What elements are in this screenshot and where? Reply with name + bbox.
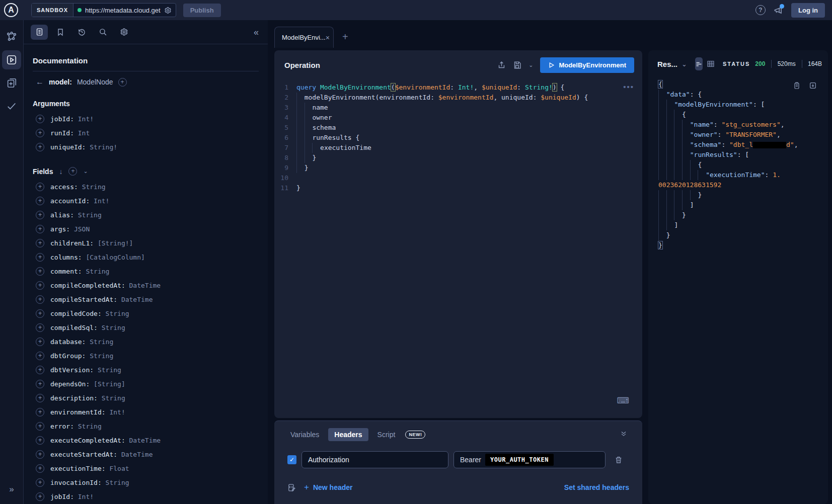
new-tab-button[interactable]: +: [342, 31, 348, 43]
field-row[interactable]: +executeCompletedAt: DateTime: [24, 433, 268, 447]
tab-variables[interactable]: Variables: [284, 428, 325, 441]
publish-button[interactable]: Publish: [183, 4, 221, 17]
add-field-to-query-icon[interactable]: +: [36, 183, 44, 191]
field-row[interactable]: +accountId: Int!: [24, 194, 268, 208]
field-row[interactable]: +executeStartedAt: DateTime: [24, 447, 268, 461]
collapse-sidebar-icon[interactable]: «: [254, 27, 259, 38]
query-tab[interactable]: ModelByEnvi... ×: [274, 27, 334, 48]
close-tab-icon[interactable]: ×: [326, 34, 330, 42]
field-row[interactable]: +environmentId: Int!: [24, 405, 268, 419]
add-field-to-query-icon[interactable]: +: [36, 129, 44, 137]
add-field-to-query-icon[interactable]: +: [36, 225, 44, 233]
tab-script[interactable]: Script: [371, 428, 402, 441]
collapse-panel-icon[interactable]: [620, 430, 627, 439]
field-row[interactable]: +jobId: Int!: [24, 112, 268, 126]
field-row[interactable]: +childrenL1: [String!]: [24, 236, 268, 250]
operation-menu-icon[interactable]: •••: [623, 82, 634, 91]
add-field-to-query-icon[interactable]: +: [36, 115, 44, 123]
field-row[interactable]: +description: String: [24, 391, 268, 405]
back-icon[interactable]: ←: [36, 77, 44, 87]
model-type[interactable]: ModelNode: [77, 78, 113, 86]
field-row[interactable]: +runId: Int: [24, 126, 268, 140]
field-row[interactable]: +comment: String: [24, 264, 268, 278]
operation-collections-icon[interactable]: [0, 71, 24, 95]
add-field-to-query-icon[interactable]: +: [36, 295, 44, 304]
sort-fields-icon[interactable]: ↓: [59, 167, 62, 176]
expand-rail-icon[interactable]: »: [0, 478, 24, 501]
add-field-to-query-icon[interactable]: +: [36, 450, 44, 459]
add-field-to-query-icon[interactable]: +: [36, 239, 44, 247]
add-model-icon[interactable]: +: [118, 78, 127, 87]
add-field-to-query-icon[interactable]: +: [36, 492, 44, 501]
field-row[interactable]: +jobId: Int!: [24, 489, 268, 503]
field-row[interactable]: +dependsOn: [String]: [24, 377, 268, 391]
endpoint-url-input[interactable]: https://metadata.cloud.get: [73, 7, 176, 14]
add-field-to-query-icon[interactable]: +: [36, 309, 44, 318]
auth-token-value[interactable]: YOUR_AUTH_TOKEN: [485, 454, 554, 466]
field-row[interactable]: +compiledCode: String: [24, 306, 268, 320]
header-name-input[interactable]: Authorization: [301, 451, 448, 468]
set-shared-headers-link[interactable]: Set shared headers: [564, 483, 629, 491]
table-view-icon[interactable]: [707, 57, 715, 70]
field-row[interactable]: +error: String: [24, 419, 268, 433]
share-operation-icon[interactable]: [497, 61, 506, 69]
header-enabled-checkbox[interactable]: ✓: [287, 455, 296, 464]
graphql-editor[interactable]: 1query ModelByEnvironment($environmentId…: [274, 79, 642, 193]
add-all-fields-icon[interactable]: +: [68, 167, 77, 176]
field-row[interactable]: +uniqueId: String!: [24, 140, 268, 154]
new-header-button[interactable]: + New header: [304, 482, 353, 492]
add-field-to-query-icon[interactable]: +: [36, 352, 44, 360]
login-button[interactable]: Log in: [791, 3, 825, 18]
save-dropdown-chevron-icon[interactable]: ⌄: [528, 62, 533, 68]
field-row[interactable]: +compiledSql: String: [24, 320, 268, 334]
download-response-icon[interactable]: [809, 81, 817, 90]
field-row[interactable]: +compileCompletedAt: DateTime: [24, 278, 268, 292]
add-field-to-query-icon[interactable]: +: [36, 464, 44, 473]
add-field-to-query-icon[interactable]: +: [36, 323, 44, 332]
run-operation-button[interactable]: ModelByEnvironment: [540, 57, 634, 73]
add-field-to-query-icon[interactable]: +: [36, 197, 44, 205]
response-title[interactable]: Res...: [657, 60, 677, 68]
add-field-to-query-icon[interactable]: +: [36, 281, 44, 290]
add-field-to-query-icon[interactable]: +: [36, 422, 44, 431]
tab-bookmarks-icon[interactable]: [52, 25, 69, 40]
announcements-icon[interactable]: [774, 6, 783, 15]
add-field-to-query-icon[interactable]: +: [36, 478, 44, 487]
field-row[interactable]: +database: String: [24, 334, 268, 349]
response-dropdown-chevron-icon[interactable]: ⌄: [682, 60, 687, 68]
add-field-to-query-icon[interactable]: +: [36, 253, 44, 262]
help-icon[interactable]: ?: [755, 5, 766, 15]
field-row[interactable]: +compileStartedAt: DateTime: [24, 292, 268, 306]
endpoint-url[interactable]: https://metadata.cloud.get: [85, 7, 161, 14]
field-row[interactable]: +dbtGroup: String: [24, 349, 268, 363]
field-row[interactable]: +dbtVersion: String: [24, 363, 268, 377]
environment-variables-icon[interactable]: [287, 483, 296, 492]
tab-documentation-icon[interactable]: [31, 25, 48, 40]
save-operation-icon[interactable]: [513, 61, 521, 69]
add-field-to-query-icon[interactable]: +: [36, 394, 44, 402]
tab-search-icon[interactable]: [94, 25, 111, 40]
add-field-to-query-icon[interactable]: +: [36, 408, 44, 416]
delete-header-icon[interactable]: [615, 456, 623, 464]
keyboard-shortcuts-icon[interactable]: ⌨: [617, 395, 629, 406]
add-field-to-query-icon[interactable]: +: [36, 338, 44, 346]
add-field-to-query-icon[interactable]: +: [36, 211, 44, 219]
add-field-to-query-icon[interactable]: +: [36, 380, 44, 388]
field-row[interactable]: +alias: String: [24, 208, 268, 222]
fields-chevron-icon[interactable]: ⌄: [83, 168, 88, 175]
add-field-to-query-icon[interactable]: +: [36, 366, 44, 374]
field-row[interactable]: +access: String: [24, 180, 268, 194]
add-field-to-query-icon[interactable]: +: [36, 143, 44, 151]
field-row[interactable]: +executionTime: Float: [24, 461, 268, 475]
copy-response-icon[interactable]: [793, 81, 801, 90]
field-row[interactable]: +columns: [CatalogColumn]: [24, 250, 268, 264]
endpoint-settings-gear-icon[interactable]: [164, 7, 172, 14]
raw-view-icon[interactable]: [695, 57, 703, 70]
tab-history-icon[interactable]: [73, 25, 90, 40]
explorer-icon[interactable]: [2, 50, 21, 69]
tab-settings-icon[interactable]: [115, 25, 132, 40]
add-field-to-query-icon[interactable]: +: [36, 436, 44, 445]
header-value-input[interactable]: Bearer YOUR_AUTH_TOKEN: [453, 451, 606, 468]
add-field-to-query-icon[interactable]: +: [36, 267, 44, 276]
tab-headers[interactable]: Headers: [328, 428, 368, 441]
